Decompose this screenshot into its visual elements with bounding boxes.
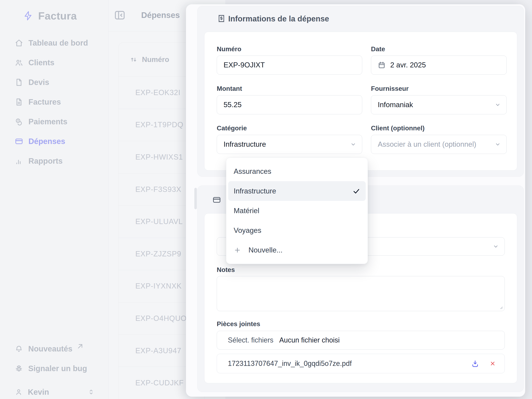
chevron-down-icon — [494, 141, 501, 148]
date-value: 2 avr. 2025 — [390, 61, 426, 69]
download-icon[interactable] — [471, 360, 479, 368]
numero-value: EXP-9OJIXT — [223, 61, 265, 69]
list-panel-title: Dépenses — [141, 11, 180, 20]
fournisseur-value: Infomaniak — [378, 101, 413, 109]
dropdown-option-mat-riel[interactable]: Matériel — [228, 201, 366, 220]
option-label: Infrastructure — [234, 187, 276, 195]
montant-value: 55.25 — [223, 101, 242, 109]
fournisseur-select[interactable]: Infomaniak — [371, 95, 507, 114]
categorie-dropdown: AssurancesInfrastructureMatérielVoyages … — [226, 158, 368, 264]
file-text-icon — [15, 98, 23, 106]
external-link-icon — [76, 342, 84, 350]
sidebar-item-rapports[interactable]: Rapports — [0, 151, 108, 171]
sidebar-footer-nouveaut-s[interactable]: Nouveautés — [0, 339, 108, 359]
receipt-icon — [217, 14, 226, 23]
coins-icon — [15, 117, 23, 126]
attachment-row: 1723113707647_inv_ik_0gqdi5o7ze.pdf — [217, 354, 505, 373]
drawer-drag-handle[interactable] — [194, 188, 197, 209]
option-label: Voyages — [234, 226, 261, 235]
remove-attachment-icon[interactable] — [489, 360, 496, 367]
sidebar-item-factures[interactable]: Factures — [0, 92, 108, 112]
home-icon — [15, 39, 23, 47]
sidebar-item-label: Tableau de bord — [28, 39, 88, 47]
date-label: Date — [371, 45, 385, 53]
client-label: Client (optionnel) — [371, 124, 424, 132]
sidebar-item-devis[interactable]: Devis — [0, 72, 108, 92]
sidebar-item-tableau-de-bord[interactable]: Tableau de bord — [0, 33, 108, 53]
notes-label: Notes — [217, 266, 235, 274]
chevron-down-icon — [494, 102, 501, 108]
date-picker[interactable]: 2 avr. 2025 — [371, 56, 507, 75]
users-icon — [15, 58, 23, 67]
sort-icon — [129, 56, 138, 64]
attachment-list: 1723113707647_inv_ik_0gqdi5o7ze.pdf — [217, 354, 505, 373]
sidebar-item-label: Clients — [28, 58, 54, 67]
user-icon — [15, 388, 23, 396]
sidebar-nav: Tableau de bordClientsDevisFacturesPaiem… — [0, 33, 108, 171]
list-panel-header: Dépenses — [114, 9, 180, 21]
sidebar-item-d-penses[interactable]: Dépenses — [0, 131, 108, 151]
sidebar-footer-signaler-un-bug[interactable]: Signaler un bug — [0, 359, 108, 378]
credit-card-icon — [212, 196, 222, 204]
new-category-option[interactable]: Nouvelle... — [228, 240, 366, 260]
categorie-label: Catégorie — [217, 124, 247, 132]
check-icon — [352, 187, 360, 195]
user-name: Kevin — [28, 388, 49, 396]
bar-chart-icon — [15, 157, 23, 165]
dropdown-options: AssurancesInfrastructureMatérielVoyages — [228, 161, 366, 240]
footer-item-label: Signaler un bug — [28, 364, 87, 373]
option-label: Matériel — [234, 207, 259, 215]
attachment-filename: 1723113707647_inv_ik_0gqdi5o7ze.pdf — [228, 360, 471, 368]
bolt-icon — [23, 10, 33, 21]
sidebar-item-paiements[interactable]: Paiements — [0, 112, 108, 131]
chevron-down-icon — [493, 243, 499, 250]
categorie-value: Infrastructure — [223, 140, 266, 148]
sidebar: Factura Tableau de bordClientsDevisFactu… — [0, 0, 108, 399]
file-icon — [15, 78, 23, 86]
sidebar-item-label: Paiements — [28, 117, 67, 126]
file-input[interactable]: Sélect. fichiers Aucun fichier choisi — [217, 331, 505, 349]
app-window: Factura Tableau de bordClientsDevisFactu… — [0, 0, 532, 399]
bug-icon — [15, 365, 23, 373]
attachments-label: Pièces jointes — [217, 320, 260, 328]
montant-label: Montant — [217, 85, 242, 92]
app-name: Factura — [38, 10, 77, 22]
user-menu[interactable]: Kevin — [0, 382, 123, 399]
resize-handle-icon[interactable] — [500, 306, 503, 309]
bell-icon — [15, 345, 23, 353]
option-label: Assurances — [234, 167, 271, 175]
numero-label: Numéro — [217, 45, 241, 53]
client-placeholder: Associer à un client (optionnel) — [378, 140, 476, 148]
plus-icon — [234, 246, 241, 254]
dropdown-option-voyages[interactable]: Voyages — [228, 220, 366, 240]
chevrons-up-down-icon — [87, 388, 95, 396]
app-logo: Factura — [23, 10, 77, 22]
numero-input[interactable]: EXP-9OJIXT — [217, 56, 362, 75]
dropdown-option-assurances[interactable]: Assurances — [228, 161, 366, 181]
column-label: Numéro — [142, 56, 169, 64]
categorie-select[interactable]: Infrastructure — [217, 135, 362, 154]
montant-input[interactable]: 55.25 — [217, 95, 362, 114]
file-input-status: Aucun fichier choisi — [279, 336, 340, 344]
client-select[interactable]: Associer à un client (optionnel) — [371, 135, 507, 154]
new-category-label: Nouvelle... — [248, 246, 283, 254]
credit-card-icon — [15, 137, 23, 146]
sidebar-item-label: Rapports — [28, 157, 63, 165]
sidebar-item-label: Factures — [28, 98, 61, 106]
notes-textarea[interactable] — [217, 276, 505, 311]
sidebar-item-clients[interactable]: Clients — [0, 53, 108, 72]
section-title: Informations de la dépense — [228, 14, 329, 23]
file-select-button[interactable]: Sélect. fichiers — [228, 336, 273, 344]
sidebar-item-label: Dépenses — [28, 137, 65, 146]
sidebar-footer: NouveautésSignaler un bug — [0, 339, 108, 378]
fournisseur-label: Fournisseur — [371, 85, 409, 92]
dropdown-option-infrastructure[interactable]: Infrastructure — [228, 181, 366, 201]
footer-item-label: Nouveautés — [28, 344, 72, 353]
sidebar-item-label: Devis — [28, 78, 49, 87]
panel-collapse-icon[interactable] — [114, 9, 126, 21]
chevron-down-icon — [350, 141, 356, 148]
calendar-icon — [378, 61, 386, 69]
